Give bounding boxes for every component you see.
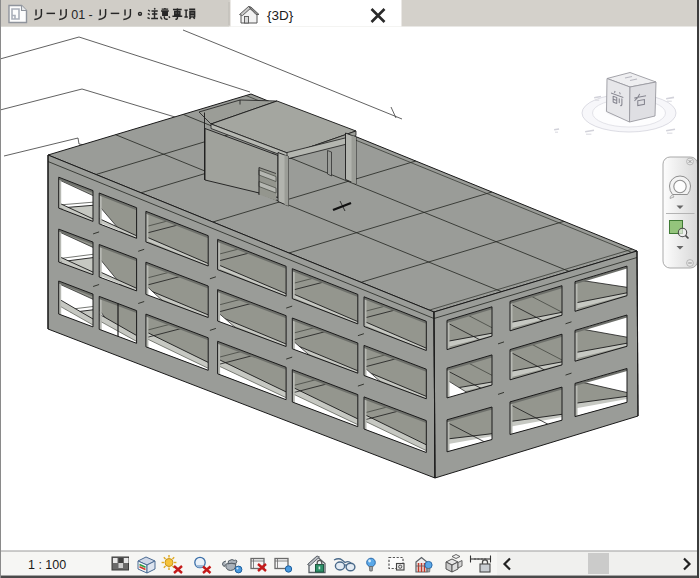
svg-text:{3D}: {3D} [267,8,294,23]
svg-text:1 : 100: 1 : 100 [28,558,66,572]
svg-text:01 -: 01 - [71,8,93,22]
